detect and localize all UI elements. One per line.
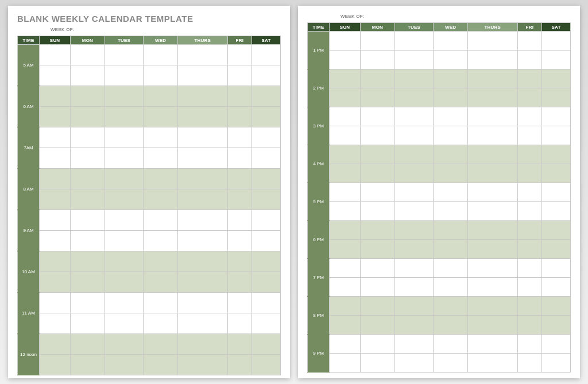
calendar-cell[interactable] bbox=[467, 126, 517, 145]
calendar-cell[interactable] bbox=[434, 126, 467, 145]
calendar-cell[interactable] bbox=[40, 313, 71, 334]
calendar-cell[interactable] bbox=[330, 32, 361, 51]
calendar-cell[interactable] bbox=[227, 107, 252, 127]
calendar-cell[interactable] bbox=[144, 107, 177, 127]
calendar-cell[interactable] bbox=[434, 354, 467, 373]
calendar-cell[interactable] bbox=[227, 65, 252, 86]
calendar-cell[interactable] bbox=[467, 354, 517, 373]
calendar-cell[interactable] bbox=[71, 272, 105, 293]
calendar-cell[interactable] bbox=[40, 189, 71, 210]
calendar-cell[interactable] bbox=[252, 334, 281, 355]
calendar-cell[interactable] bbox=[105, 231, 144, 251]
calendar-cell[interactable] bbox=[227, 313, 252, 334]
calendar-cell[interactable] bbox=[252, 107, 281, 127]
calendar-cell[interactable] bbox=[434, 51, 467, 69]
calendar-cell[interactable] bbox=[144, 45, 177, 65]
calendar-cell[interactable] bbox=[40, 231, 71, 251]
calendar-cell[interactable] bbox=[542, 221, 571, 240]
calendar-cell[interactable] bbox=[467, 316, 517, 335]
calendar-cell[interactable] bbox=[542, 240, 571, 259]
calendar-cell[interactable] bbox=[227, 251, 252, 272]
calendar-cell[interactable] bbox=[105, 313, 144, 334]
calendar-cell[interactable] bbox=[542, 164, 571, 183]
calendar-cell[interactable] bbox=[542, 278, 571, 297]
calendar-cell[interactable] bbox=[227, 272, 252, 293]
calendar-cell[interactable] bbox=[252, 210, 281, 231]
calendar-cell[interactable] bbox=[517, 221, 542, 240]
calendar-cell[interactable] bbox=[361, 145, 394, 164]
calendar-cell[interactable] bbox=[517, 69, 542, 88]
calendar-cell[interactable] bbox=[517, 316, 542, 335]
calendar-cell[interactable] bbox=[394, 240, 434, 259]
calendar-cell[interactable] bbox=[517, 88, 542, 107]
calendar-cell[interactable] bbox=[177, 127, 227, 148]
calendar-cell[interactable] bbox=[467, 32, 517, 51]
calendar-cell[interactable] bbox=[467, 164, 517, 183]
calendar-cell[interactable] bbox=[330, 107, 361, 126]
calendar-cell[interactable] bbox=[40, 127, 71, 148]
calendar-cell[interactable] bbox=[517, 145, 542, 164]
calendar-cell[interactable] bbox=[517, 164, 542, 183]
calendar-cell[interactable] bbox=[542, 51, 571, 69]
calendar-cell[interactable] bbox=[252, 148, 281, 169]
calendar-cell[interactable] bbox=[330, 297, 361, 316]
calendar-cell[interactable] bbox=[71, 210, 105, 231]
calendar-cell[interactable] bbox=[177, 45, 227, 65]
calendar-cell[interactable] bbox=[71, 189, 105, 210]
calendar-cell[interactable] bbox=[361, 259, 394, 278]
calendar-cell[interactable] bbox=[40, 272, 71, 293]
calendar-cell[interactable] bbox=[394, 145, 434, 164]
calendar-cell[interactable] bbox=[330, 335, 361, 354]
calendar-cell[interactable] bbox=[177, 189, 227, 210]
calendar-cell[interactable] bbox=[227, 45, 252, 65]
calendar-cell[interactable] bbox=[177, 293, 227, 313]
calendar-cell[interactable] bbox=[177, 65, 227, 86]
calendar-cell[interactable] bbox=[227, 334, 252, 355]
calendar-cell[interactable] bbox=[361, 297, 394, 316]
calendar-cell[interactable] bbox=[434, 259, 467, 278]
calendar-cell[interactable] bbox=[434, 107, 467, 126]
calendar-cell[interactable] bbox=[394, 221, 434, 240]
calendar-cell[interactable] bbox=[394, 126, 434, 145]
calendar-cell[interactable] bbox=[517, 259, 542, 278]
calendar-cell[interactable] bbox=[40, 251, 71, 272]
calendar-cell[interactable] bbox=[40, 355, 71, 375]
calendar-cell[interactable] bbox=[361, 183, 394, 202]
calendar-cell[interactable] bbox=[517, 202, 542, 221]
calendar-cell[interactable] bbox=[394, 32, 434, 51]
calendar-cell[interactable] bbox=[40, 334, 71, 355]
calendar-cell[interactable] bbox=[434, 221, 467, 240]
calendar-cell[interactable] bbox=[361, 202, 394, 221]
calendar-cell[interactable] bbox=[177, 86, 227, 107]
calendar-cell[interactable] bbox=[330, 259, 361, 278]
calendar-cell[interactable] bbox=[330, 354, 361, 373]
calendar-cell[interactable] bbox=[542, 69, 571, 88]
calendar-cell[interactable] bbox=[227, 86, 252, 107]
calendar-cell[interactable] bbox=[361, 51, 394, 69]
calendar-cell[interactable] bbox=[177, 210, 227, 231]
calendar-cell[interactable] bbox=[517, 278, 542, 297]
calendar-cell[interactable] bbox=[467, 278, 517, 297]
calendar-cell[interactable] bbox=[394, 335, 434, 354]
calendar-cell[interactable] bbox=[71, 293, 105, 313]
calendar-cell[interactable] bbox=[252, 272, 281, 293]
calendar-cell[interactable] bbox=[434, 316, 467, 335]
calendar-cell[interactable] bbox=[144, 189, 177, 210]
calendar-cell[interactable] bbox=[40, 45, 71, 65]
calendar-cell[interactable] bbox=[434, 164, 467, 183]
calendar-cell[interactable] bbox=[434, 69, 467, 88]
calendar-cell[interactable] bbox=[330, 164, 361, 183]
calendar-cell[interactable] bbox=[517, 183, 542, 202]
calendar-cell[interactable] bbox=[227, 148, 252, 169]
calendar-cell[interactable] bbox=[394, 88, 434, 107]
calendar-cell[interactable] bbox=[71, 355, 105, 375]
calendar-cell[interactable] bbox=[467, 107, 517, 126]
calendar-cell[interactable] bbox=[467, 145, 517, 164]
calendar-cell[interactable] bbox=[71, 107, 105, 127]
calendar-cell[interactable] bbox=[434, 335, 467, 354]
calendar-cell[interactable] bbox=[394, 69, 434, 88]
calendar-cell[interactable] bbox=[105, 251, 144, 272]
calendar-cell[interactable] bbox=[361, 316, 394, 335]
calendar-cell[interactable] bbox=[330, 183, 361, 202]
calendar-cell[interactable] bbox=[394, 202, 434, 221]
